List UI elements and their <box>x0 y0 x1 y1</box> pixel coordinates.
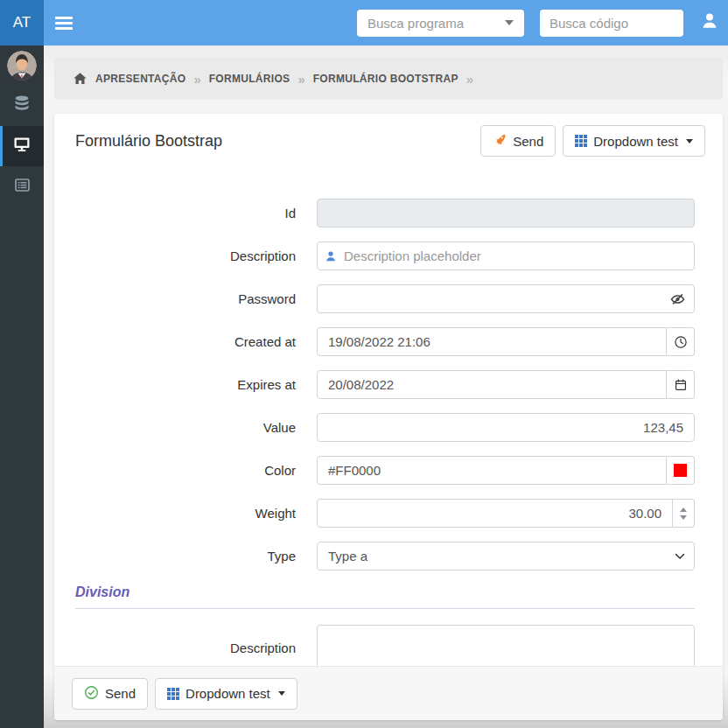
grid-icon <box>575 135 587 147</box>
dropdown-test-button-bottom[interactable]: Dropdown test <box>155 678 298 710</box>
expires-at-label: Expires at <box>75 377 317 392</box>
database-icon <box>12 94 32 117</box>
top-header: Busca programa <box>44 0 728 46</box>
dropdown-test-label: Dropdown test <box>186 686 270 701</box>
breadcrumb-separator: » <box>193 72 200 87</box>
caret-down-icon <box>686 139 693 144</box>
main-content: APRESENTAÇÃO » FORMULÁRIOS » FORMULÁRIO … <box>44 46 728 728</box>
division-description-field[interactable] <box>317 625 695 670</box>
color-field[interactable] <box>317 456 667 485</box>
hamburger-menu-icon[interactable] <box>55 17 73 30</box>
type-select[interactable]: Type a <box>317 542 695 570</box>
spinner-up-icon[interactable] <box>680 508 687 512</box>
password-label: Password <box>75 291 317 306</box>
list-alt-icon <box>14 177 31 197</box>
sidebar-item-database[interactable] <box>0 86 44 126</box>
sidebar-item-profile[interactable] <box>0 46 44 86</box>
clock-icon[interactable] <box>667 327 695 356</box>
weight-field[interactable] <box>317 499 673 528</box>
send-button-label: Send <box>513 134 543 149</box>
grid-icon <box>167 688 179 700</box>
code-search-input[interactable] <box>540 10 683 37</box>
division-heading: Division <box>75 584 695 609</box>
rocket-icon <box>493 133 507 150</box>
panel-footer: Send Dropdown test <box>54 666 723 720</box>
page-title: Formulário Bootstrap <box>75 132 222 150</box>
breadcrumb: APRESENTAÇÃO » FORMULÁRIOS » FORMULÁRIO … <box>54 58 723 100</box>
breadcrumb-item-formulario-bootstrap[interactable]: FORMULÁRIO BOOTSTRAP <box>313 73 458 85</box>
weight-label: Weight <box>75 506 317 521</box>
color-label: Color <box>75 463 317 478</box>
division-description-label: Description <box>75 640 317 655</box>
description-label: Description <box>75 248 317 263</box>
created-at-label: Created at <box>75 334 317 349</box>
sidebar-item-list[interactable] <box>0 166 44 206</box>
id-label: Id <box>75 206 317 220</box>
calendar-icon[interactable] <box>667 370 695 399</box>
breadcrumb-separator: » <box>466 72 473 87</box>
breadcrumb-item-formularios[interactable]: FORMULÁRIOS <box>209 73 290 85</box>
form-panel: Formulário Bootstrap Send Dropdown test <box>54 114 723 720</box>
panel-header: Formulário Bootstrap Send Dropdown test <box>54 114 723 168</box>
user-avatar <box>7 51 37 80</box>
dropdown-test-label: Dropdown test <box>593 134 678 149</box>
send-button-top[interactable]: Send <box>480 125 556 157</box>
sidebar-item-forms-active[interactable] <box>0 126 44 166</box>
type-label: Type <box>75 549 317 564</box>
form-body: Id Description Pas <box>54 168 723 670</box>
user-menu-button[interactable] <box>699 12 720 33</box>
created-at-field[interactable] <box>317 327 667 356</box>
description-field[interactable] <box>317 242 695 270</box>
color-swatch <box>674 464 687 477</box>
color-picker-button[interactable] <box>667 456 695 485</box>
value-label: Value <box>75 420 317 435</box>
check-circle-icon <box>84 685 99 703</box>
number-spinner <box>673 499 695 528</box>
breadcrumb-separator: » <box>298 72 304 87</box>
eye-slash-icon[interactable] <box>669 292 686 306</box>
app-logo[interactable]: AT <box>0 0 44 46</box>
monitor-icon <box>13 136 31 157</box>
home-icon[interactable] <box>73 72 88 86</box>
program-search-placeholder: Busca programa <box>368 16 464 31</box>
value-field[interactable] <box>317 413 695 442</box>
user-icon <box>700 11 719 34</box>
program-search-select[interactable]: Busca programa <box>357 10 524 37</box>
password-field[interactable] <box>317 284 695 313</box>
dropdown-test-button-top[interactable]: Dropdown test <box>563 125 705 157</box>
caret-down-icon <box>505 20 514 25</box>
id-field <box>317 199 695 228</box>
app-logo-text: AT <box>13 14 31 32</box>
sidebar: AT <box>0 0 44 728</box>
spinner-down-icon[interactable] <box>680 515 687 520</box>
expires-at-field[interactable] <box>317 370 667 399</box>
send-button-bottom[interactable]: Send <box>72 678 148 710</box>
caret-down-icon <box>278 691 285 696</box>
send-button-label: Send <box>105 686 136 701</box>
breadcrumb-item-apresentacao[interactable]: APRESENTAÇÃO <box>95 73 186 85</box>
